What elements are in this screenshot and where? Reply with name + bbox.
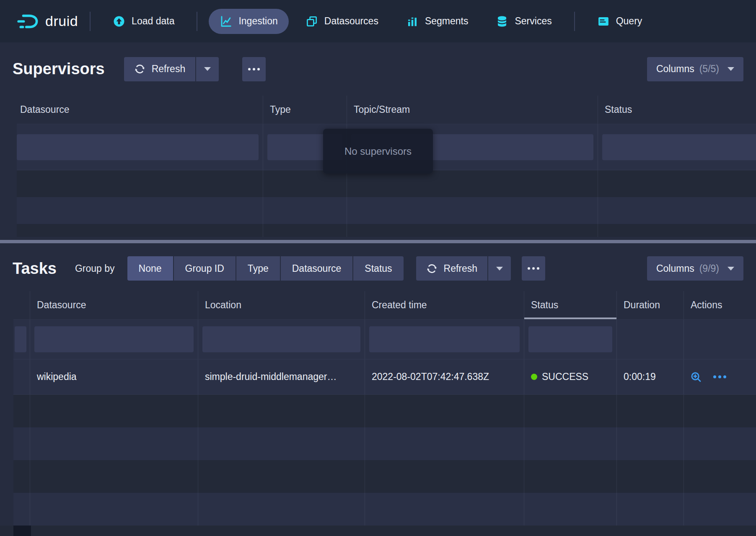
nav-load-data[interactable]: Load data <box>102 9 185 34</box>
nav-query[interactable]: Query <box>586 9 653 34</box>
column-header-location[interactable]: Location <box>198 291 365 319</box>
splitter-zone <box>0 237 756 246</box>
column-header-created-time[interactable]: Created time <box>365 291 524 319</box>
filter-cell <box>198 320 365 359</box>
navbar-divider <box>90 12 91 31</box>
group-by-group-id-button[interactable]: Group ID <box>174 256 236 281</box>
empty-table-row <box>17 197 756 224</box>
empty-table-row <box>13 395 756 427</box>
tasks-columns-button[interactable]: Columns (9/9) <box>647 256 743 281</box>
column-header-topic-stream[interactable]: Topic/Stream <box>347 96 598 124</box>
druid-console: druid Load data Ingestion <box>0 0 756 536</box>
tasks-table: Datasource Location Created time Status … <box>13 291 756 526</box>
refresh-icon <box>134 63 145 75</box>
group-by-type-button[interactable]: Type <box>236 256 280 281</box>
location-filter-input[interactable] <box>202 326 360 352</box>
columns-count: (5/5) <box>699 63 719 75</box>
line-chart-icon <box>220 15 232 28</box>
created-time-filter-input[interactable] <box>369 326 520 352</box>
row-more-actions-icon[interactable] <box>713 375 726 378</box>
column-header-status[interactable]: Status <box>598 96 756 124</box>
horizontal-scrollbar-thumb[interactable] <box>13 526 31 536</box>
tasks-header-row: Datasource Location Created time Status … <box>13 291 756 320</box>
columns-count: (9/9) <box>699 263 719 274</box>
tasks-refresh-interval-button[interactable] <box>488 256 511 281</box>
nav-label: Services <box>515 16 551 27</box>
empty-table-row <box>13 493 756 526</box>
nav-label: Query <box>616 16 642 27</box>
empty-table-row <box>17 170 756 197</box>
filter-cell <box>30 320 198 359</box>
column-header-datasource[interactable]: Datasource <box>17 96 263 124</box>
datasource-filter-input[interactable] <box>17 134 259 160</box>
supervisors-more-button[interactable] <box>242 57 266 81</box>
column-header-clipped[interactable] <box>13 291 30 319</box>
empty-table-row <box>17 224 756 237</box>
nav-segments[interactable]: Segments <box>395 9 479 34</box>
column-header-actions[interactable]: Actions <box>684 291 756 319</box>
column-header-datasource[interactable]: Datasource <box>30 291 198 319</box>
group-by-segmented-control: None Group ID Type Datasource Status <box>127 256 404 281</box>
nav-datasources[interactable]: Datasources <box>295 9 389 34</box>
layers-icon <box>306 15 318 28</box>
no-supervisors-message: No supervisors <box>323 129 433 174</box>
brand-home-link[interactable]: druid <box>13 12 81 31</box>
column-header-status-sorted[interactable]: Status <box>524 291 617 319</box>
location-cell[interactable]: simple-druid-middlemanager… <box>198 359 365 394</box>
nav-label: Segments <box>425 16 469 27</box>
group-by-status-button[interactable]: Status <box>353 256 403 281</box>
success-status-dot-icon <box>531 374 537 380</box>
tasks-title: Tasks <box>13 260 57 278</box>
more-dots-icon <box>528 267 539 270</box>
empty-message-text: No supervisors <box>344 146 412 157</box>
top-navbar: druid Load data Ingestion <box>0 0 756 42</box>
clipped-cell <box>13 359 30 394</box>
tasks-more-button[interactable] <box>522 256 545 281</box>
supervisors-refresh-button[interactable]: Refresh <box>124 57 196 81</box>
group-by-none-button[interactable]: None <box>127 256 173 281</box>
tasks-filter-row <box>13 320 756 359</box>
filter-cell <box>13 320 30 359</box>
brand-name: druid <box>45 13 78 29</box>
status-filter-input[interactable] <box>602 134 756 160</box>
duration-cell[interactable]: 0:00:19 <box>617 359 684 394</box>
status-text: SUCCESS <box>542 371 588 382</box>
bar-chart-icon <box>406 15 419 28</box>
filter-cell <box>617 320 684 359</box>
tasks-refresh-button[interactable]: Refresh <box>416 256 488 281</box>
nav-services[interactable]: Services <box>485 9 562 34</box>
magnifier-plus-icon[interactable] <box>690 371 702 383</box>
supervisors-table: Datasource Type Topic/Stream Status No s… <box>17 96 756 237</box>
status-filter-input[interactable] <box>528 326 612 352</box>
supervisors-refresh-interval-button[interactable] <box>196 57 219 81</box>
supervisors-section-header: Supervisors Refresh <box>0 42 756 96</box>
datasource-cell[interactable]: wikipedia <box>30 359 198 394</box>
console-icon <box>597 15 610 28</box>
filter-cell <box>365 320 524 359</box>
navbar-divider <box>574 12 575 31</box>
filter-cell <box>684 320 756 359</box>
nav-label: Datasources <box>324 16 378 27</box>
tasks-section-header: Tasks Group by None Group ID Type Dataso… <box>0 246 756 291</box>
horizontal-resize-splitter[interactable] <box>0 240 756 243</box>
datasource-filter-input[interactable] <box>34 326 194 352</box>
filter-cell <box>598 124 756 170</box>
group-by-datasource-button[interactable]: Datasource <box>281 256 353 281</box>
created-time-cell[interactable]: 2022-08-02T07:42:47.638Z <box>365 359 524 394</box>
column-header-duration[interactable]: Duration <box>617 291 684 319</box>
nav-ingestion[interactable]: Ingestion <box>209 9 288 34</box>
status-cell[interactable]: SUCCESS <box>524 359 617 394</box>
filter-cell <box>524 320 617 359</box>
columns-label: Columns <box>656 263 694 274</box>
refresh-icon <box>426 263 438 274</box>
supervisors-columns-button[interactable]: Columns (5/5) <box>647 57 743 81</box>
task-row-wikipedia[interactable]: wikipedia simple-druid-middlemanager… 20… <box>13 359 756 395</box>
filter-cell <box>17 124 263 170</box>
nav-label: Ingestion <box>238 16 277 27</box>
columns-label: Columns <box>656 63 694 75</box>
nav-label: Load data <box>132 16 174 27</box>
actions-cell <box>684 359 756 394</box>
column-header-type[interactable]: Type <box>263 96 347 124</box>
clipped-filter-input[interactable] <box>15 326 26 352</box>
more-dots-icon <box>248 68 260 70</box>
